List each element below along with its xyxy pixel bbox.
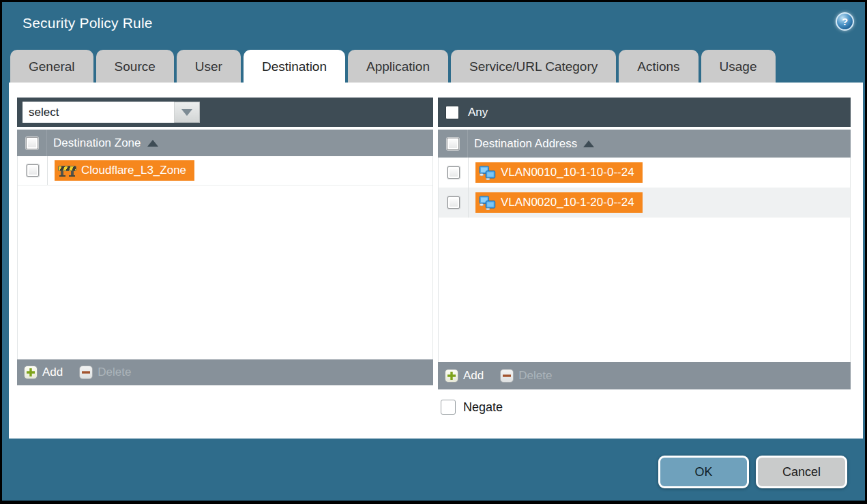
table-row[interactable]: VLAN0020_10-1-20-0--24 <box>439 188 850 218</box>
tab-bar: General Source User Destination Applicat… <box>10 50 776 83</box>
help-icon[interactable]: ? <box>836 12 854 31</box>
destination-tab-content: Destination Zone <box>9 83 863 439</box>
zone-delete-button[interactable]: Delete <box>79 366 131 379</box>
screen: Security Policy Rule ? General Source Us… <box>0 0 867 504</box>
address-delete-button[interactable]: Delete <box>500 369 552 383</box>
zone-column-header[interactable]: Destination Zone <box>53 136 158 150</box>
ok-button[interactable]: OK <box>658 456 749 488</box>
sort-ascending-icon <box>583 140 594 147</box>
address-row-checkbox[interactable] <box>447 196 460 209</box>
negate-label: Negate <box>463 400 503 415</box>
address-column-header-row: Destination Address <box>438 130 851 158</box>
zone-add-button[interactable]: Add <box>24 366 63 379</box>
address-column-header[interactable]: Destination Address <box>474 137 594 151</box>
security-policy-rule-dialog: Security Policy Rule ? General Source Us… <box>2 2 865 501</box>
zone-footer-toolbar: Add Delete <box>17 359 433 385</box>
zone-list: Cloudflare_L3_Zone <box>17 156 433 359</box>
tab-actions[interactable]: Actions <box>619 50 698 83</box>
address-item-vlan0010[interactable]: VLAN0010_10-1-10-0--24 <box>475 162 643 183</box>
plus-icon <box>24 366 38 379</box>
dialog-title: Security Policy Rule <box>23 15 153 31</box>
sort-ascending-icon <box>147 140 158 147</box>
tab-general[interactable]: General <box>10 50 93 83</box>
address-add-button[interactable]: Add <box>445 369 484 383</box>
address-select-all-checkbox[interactable] <box>447 138 459 150</box>
table-row[interactable]: VLAN0010_10-1-10-0--24 <box>439 158 850 188</box>
tab-application[interactable]: Application <box>348 50 448 83</box>
table-row[interactable]: Cloudflare_L3_Zone <box>18 156 432 186</box>
zone-filter-input[interactable] <box>23 102 174 123</box>
zone-barrier-icon <box>58 164 76 177</box>
address-list: VLAN0010_10-1-10-0--24 <box>438 158 851 362</box>
minus-icon <box>79 366 93 379</box>
zone-filter-bar <box>17 98 433 127</box>
tab-source[interactable]: Source <box>96 50 174 83</box>
minus-icon <box>500 369 514 383</box>
network-address-icon <box>479 196 496 210</box>
tab-user[interactable]: User <box>177 50 241 83</box>
tab-usage[interactable]: Usage <box>701 50 776 83</box>
address-footer-toolbar: Add Delete <box>438 362 851 389</box>
address-item-vlan0020[interactable]: VLAN0020_10-1-20-0--24 <box>475 192 643 213</box>
zone-item-label: Cloudflare_L3_Zone <box>81 164 186 177</box>
zone-filter-dropdown-button[interactable] <box>174 102 200 123</box>
negate-option: Negate <box>441 400 503 415</box>
any-checkbox[interactable] <box>445 106 459 119</box>
zone-select-all-checkbox[interactable] <box>26 137 38 149</box>
any-label: Any <box>468 106 488 119</box>
zone-column-header-row: Destination Zone <box>17 130 433 156</box>
negate-checkbox[interactable] <box>441 400 456 415</box>
destination-zone-panel: Destination Zone <box>17 98 433 385</box>
cancel-button[interactable]: Cancel <box>756 456 847 488</box>
address-item-label: VLAN0010_10-1-10-0--24 <box>501 166 634 179</box>
destination-address-panel: Any Destination Address <box>438 98 851 389</box>
address-item-label: VLAN0020_10-1-20-0--24 <box>501 196 634 209</box>
zone-row-checkbox[interactable] <box>27 164 39 177</box>
plus-icon <box>445 369 458 383</box>
network-address-icon <box>479 166 496 180</box>
tab-destination[interactable]: Destination <box>244 50 345 83</box>
address-row-checkbox[interactable] <box>447 166 460 179</box>
address-any-bar: Any <box>438 98 851 127</box>
zone-item-cloudflare-l3-zone[interactable]: Cloudflare_L3_Zone <box>55 160 194 181</box>
tab-service-url-category[interactable]: Service/URL Category <box>451 50 616 83</box>
chevron-down-icon <box>181 109 192 116</box>
